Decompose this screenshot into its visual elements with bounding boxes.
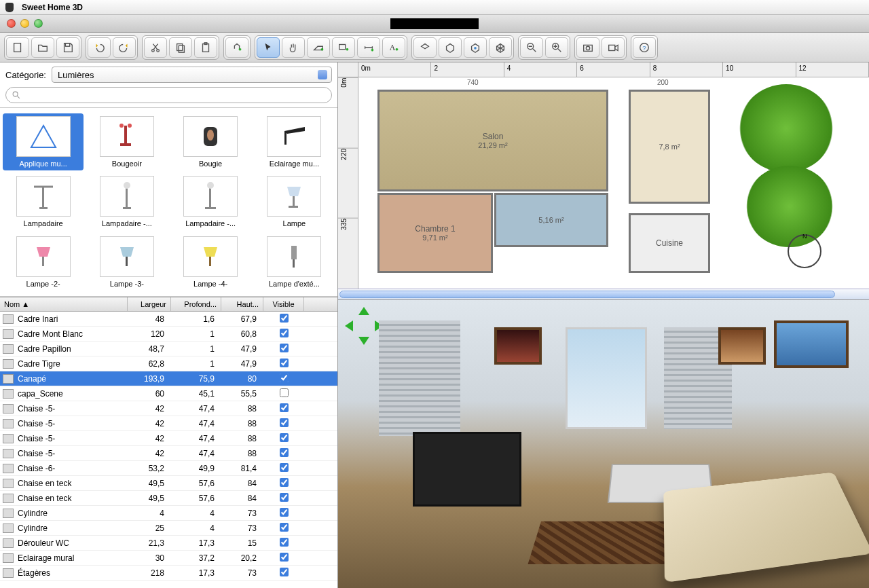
open-button[interactable] xyxy=(31,37,54,58)
paste-button[interactable] xyxy=(194,37,217,58)
plan-view[interactable]: 0m24681012 0m220335 740 200 385 Salon 21… xyxy=(338,62,869,300)
row-visible-checkbox[interactable] xyxy=(280,403,289,412)
window-zoom-button[interactable] xyxy=(34,19,43,28)
row-visible-checkbox[interactable] xyxy=(280,478,289,487)
table-row[interactable]: Chaise en teck49,557,684 xyxy=(0,491,337,506)
row-visible-checkbox[interactable] xyxy=(280,373,289,382)
table-row[interactable]: Cylindre4473 xyxy=(0,506,337,521)
apple-icon[interactable] xyxy=(5,3,14,12)
col-name[interactable]: Nom ▲ xyxy=(0,297,128,311)
row-visible-checkbox[interactable] xyxy=(280,568,289,576)
catalog-item[interactable]: Lampe d'exté... xyxy=(254,234,335,291)
catalog-item[interactable]: Lampe -2- xyxy=(3,234,84,291)
table-row[interactable]: Chaise -5-4247,488 xyxy=(0,401,337,416)
cut-button[interactable] xyxy=(144,37,167,58)
table-row[interactable]: Chaise -5-4247,488 xyxy=(0,446,337,461)
add-furniture-button[interactable] xyxy=(225,37,248,58)
new-button[interactable] xyxy=(6,37,29,58)
tree-icon[interactable] xyxy=(745,166,834,247)
copy-button[interactable] xyxy=(169,37,192,58)
undo-button[interactable] xyxy=(88,37,111,58)
catalog-item[interactable]: Applique mu... xyxy=(3,113,84,170)
room-terrace[interactable]: 7,8 m² xyxy=(629,90,710,204)
catalog-search[interactable] xyxy=(5,87,332,103)
room-tool[interactable] xyxy=(332,37,355,58)
window-close-button[interactable] xyxy=(7,19,16,28)
catalog-item[interactable]: Lampe -3- xyxy=(86,234,167,291)
text-tool[interactable]: A xyxy=(382,37,405,58)
nav-left-icon[interactable] xyxy=(345,320,353,331)
nav-down-icon[interactable] xyxy=(358,337,369,345)
catalog-item[interactable]: Lampe xyxy=(254,173,335,230)
nav-up-icon[interactable] xyxy=(358,307,369,315)
3d-visit-button[interactable] xyxy=(464,37,487,58)
table-row[interactable]: Canapé193,975,980 xyxy=(0,371,337,386)
photo-button[interactable] xyxy=(576,37,599,58)
catalog-item[interactable]: Lampadaire xyxy=(3,173,84,230)
3d-front-button[interactable] xyxy=(439,37,462,58)
row-visible-checkbox[interactable] xyxy=(280,508,289,517)
catalog-item[interactable]: Bougeoir xyxy=(86,113,167,170)
row-visible-checkbox[interactable] xyxy=(280,329,289,337)
wall-tool[interactable] xyxy=(307,37,330,58)
row-visible-checkbox[interactable] xyxy=(280,493,289,502)
catalog-item[interactable]: Lampe -4- xyxy=(170,234,251,291)
table-row[interactable]: Chaise -5-4247,488 xyxy=(0,431,337,446)
col-visible[interactable]: Visible xyxy=(263,297,304,311)
row-visible-checkbox[interactable] xyxy=(280,433,289,442)
zoom-in-button[interactable] xyxy=(545,37,568,58)
table-row[interactable]: Chaise -5-4247,488 xyxy=(0,416,337,431)
plan-scrollbar-horizontal[interactable] xyxy=(338,289,869,299)
catalog-item[interactable]: Lampadaire -... xyxy=(170,173,251,230)
table-row[interactable]: capa_Scene6045,155,5 xyxy=(0,386,337,401)
table-row[interactable]: Chaise -6-53,249,981,4 xyxy=(0,461,337,476)
3d-view[interactable] xyxy=(338,300,869,588)
row-visible-checkbox[interactable] xyxy=(280,448,289,457)
col-depth[interactable]: Profond... xyxy=(171,297,221,311)
col-width[interactable]: Largeur xyxy=(128,297,171,311)
compass-icon[interactable] xyxy=(788,234,821,268)
table-row[interactable]: Chaise en teck49,557,684 xyxy=(0,476,337,491)
table-row[interactable]: Dérouleur WC21,317,315 xyxy=(0,536,337,551)
row-visible-checkbox[interactable] xyxy=(280,388,289,397)
row-visible-checkbox[interactable] xyxy=(280,344,289,352)
redo-button[interactable] xyxy=(113,37,136,58)
table-row[interactable]: Eclairage mural3037,220,2 xyxy=(0,551,337,566)
room-salon[interactable]: Salon 21,29 m² xyxy=(377,90,608,191)
table-row[interactable]: Cylindre25473 xyxy=(0,521,337,536)
row-visible-checkbox[interactable] xyxy=(280,314,289,323)
row-visible-checkbox[interactable] xyxy=(280,553,289,562)
col-height[interactable]: Haut... xyxy=(221,297,263,311)
save-button[interactable] xyxy=(56,37,79,58)
row-visible-checkbox[interactable] xyxy=(280,523,289,532)
room-chambre[interactable]: Chambre 1 9,71 m² xyxy=(377,193,493,273)
zoom-out-button[interactable] xyxy=(520,37,543,58)
plan-canvas[interactable]: 740 200 385 Salon 21,29 m² Chambre 1 9,7… xyxy=(358,77,869,289)
catalog-search-input[interactable] xyxy=(25,90,326,100)
row-visible-checkbox[interactable] xyxy=(280,538,289,547)
app-name[interactable]: Sweet Home 3D xyxy=(22,3,83,12)
table-header[interactable]: Nom ▲ Largeur Profond... Haut... Visible xyxy=(0,297,337,312)
room-cuisine[interactable]: Cuisine xyxy=(629,213,710,273)
tree-icon[interactable] xyxy=(739,84,834,172)
3d-modify-button[interactable] xyxy=(489,37,512,58)
row-visible-checkbox[interactable] xyxy=(280,359,289,367)
catalog-item[interactable]: Lampadaire -... xyxy=(86,173,167,230)
category-select[interactable]: Lumières xyxy=(52,67,332,83)
table-row[interactable]: Cadre Tigre62,8147,9 xyxy=(0,356,337,371)
table-row[interactable]: Cadre Mont Blanc120160,8 xyxy=(0,327,337,342)
catalog-item[interactable]: Bougie xyxy=(170,113,251,170)
pan-tool[interactable] xyxy=(282,37,305,58)
dimension-tool[interactable] xyxy=(357,37,380,58)
catalog-item[interactable]: Eclairage mu... xyxy=(254,113,335,170)
row-visible-checkbox[interactable] xyxy=(280,418,289,427)
window-minimize-button[interactable] xyxy=(20,19,29,28)
table-row[interactable]: Cadre Inari481,667,9 xyxy=(0,312,337,327)
video-button[interactable] xyxy=(602,37,625,58)
room-bath[interactable]: 5,16 m² xyxy=(494,193,608,247)
help-button[interactable]: ? xyxy=(633,37,656,58)
table-row[interactable]: Cadre Papillon48,7147,9 xyxy=(0,342,337,356)
row-visible-checkbox[interactable] xyxy=(280,463,289,472)
table-row[interactable]: Étagères21817,373 xyxy=(0,566,337,581)
select-tool[interactable] xyxy=(257,37,280,58)
